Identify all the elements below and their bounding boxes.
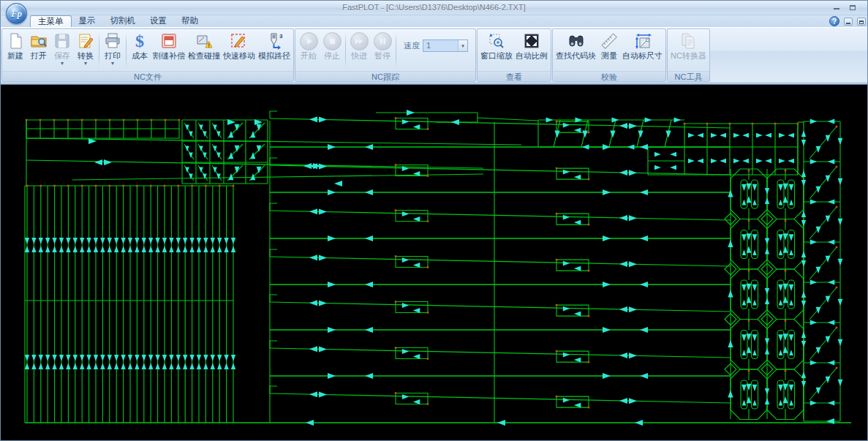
minimize-button[interactable]	[832, 3, 841, 11]
rapid-move-icon	[229, 31, 249, 51]
group-verify: 查找代码块 测量 自动标尺寸 校验	[552, 29, 666, 82]
save-button[interactable]: 保存 ▾	[50, 30, 74, 71]
group-caption-view: 查看	[478, 71, 551, 81]
pause-icon	[374, 32, 392, 50]
app-window: FastPLOT - [C:\Users\D1376\Desktop\N466-…	[0, 0, 868, 441]
mdi-restore-button[interactable]	[857, 18, 866, 26]
simulate-path-icon: 3	[264, 31, 284, 51]
tab-main-menu[interactable]: 主菜单	[30, 15, 72, 27]
measure-button[interactable]: 测量	[597, 30, 621, 71]
find-code-icon	[566, 31, 586, 51]
auto-dimension-icon	[633, 31, 653, 51]
nc-converter-button[interactable]: NC转换器	[669, 30, 708, 71]
convert-notepad-icon	[75, 31, 96, 51]
print-button[interactable]: 打印 ▾	[101, 30, 124, 71]
drawing-viewport[interactable]	[1, 85, 868, 441]
rapid-move-button[interactable]: 快速移动	[222, 30, 257, 71]
ribbon: 新建 打开 保存 ▾	[1, 27, 867, 82]
kerf-compensation-button[interactable]: 割缝补偿	[151, 30, 186, 71]
speed-dropdown-button[interactable]: ▾	[458, 40, 467, 51]
fast-forward-button[interactable]: 快进	[347, 30, 371, 71]
menu-tab-bar: 主菜单 显示 切割机 设置 帮助	[1, 15, 867, 27]
group-caption-verify: 校验	[553, 71, 665, 81]
new-document-icon	[5, 31, 26, 51]
printer-icon	[102, 31, 123, 51]
group-view: 窗口缩放 自动比例 查看	[477, 29, 551, 82]
svg-text:$: $	[135, 32, 144, 50]
collision-check-button[interactable]: 检查碰撞	[186, 30, 222, 71]
speed-value: 1	[423, 40, 458, 51]
auto-dimension-button[interactable]: 自动标尺寸	[621, 30, 664, 71]
start-button[interactable]: 开始	[297, 30, 320, 71]
speed-control: 速度 1 ▾	[404, 39, 468, 52]
mdi-minimize-button[interactable]	[844, 18, 853, 26]
open-button[interactable]: 打开	[27, 30, 50, 71]
window-zoom-button[interactable]: 窗口缩放	[479, 30, 514, 71]
stop-icon	[323, 32, 341, 50]
new-button[interactable]: 新建	[4, 30, 27, 71]
play-icon	[300, 32, 318, 50]
cost-dollar-icon: $	[129, 31, 150, 51]
convert-dropdown-caret[interactable]: ▾	[84, 61, 87, 67]
convert-button[interactable]: 转换 ▾	[74, 30, 97, 71]
group-nc-trace: 开始 停止 快进	[295, 29, 476, 82]
app-logo-button[interactable]: Fp	[6, 3, 27, 24]
pause-button[interactable]: 暂停	[371, 30, 394, 71]
auto-scale-icon	[521, 31, 542, 51]
window-title: FastPLOT - [C:\Users\D1376\Desktop\N466-…	[1, 3, 867, 12]
app-logo-text: Fp	[11, 8, 22, 20]
speed-combobox[interactable]: 1 ▾	[423, 39, 468, 52]
kerf-compensation-icon	[159, 31, 179, 51]
group-nc-file: 新建 打开 保存 ▾	[1, 29, 294, 82]
restore-button[interactable]	[848, 3, 857, 11]
collision-check-icon	[194, 31, 214, 51]
group-caption-nc-trace: NC跟踪	[295, 71, 475, 81]
group-nc-tools: NC转换器 NC工具	[667, 29, 710, 82]
title-bar: FastPLOT - [C:\Users\D1376\Desktop\N466-…	[1, 1, 867, 15]
stop-button[interactable]: 停止	[320, 30, 344, 71]
print-dropdown-caret[interactable]: ▾	[111, 61, 114, 67]
find-code-button[interactable]: 查找代码块	[554, 30, 597, 71]
save-floppy-icon	[52, 31, 72, 51]
group-caption-nc-tools: NC工具	[668, 71, 709, 81]
nc-converter-icon	[678, 31, 698, 51]
fast-forward-icon	[350, 32, 369, 50]
tab-settings[interactable]: 设置	[143, 15, 174, 27]
speed-label: 速度	[404, 40, 420, 51]
tab-cutter[interactable]: 切割机	[103, 15, 143, 27]
simulate-path-button[interactable]: 3 模拟路径	[257, 30, 292, 71]
svg-text:3: 3	[279, 33, 283, 39]
measure-ruler-icon	[599, 31, 619, 51]
window-zoom-icon	[486, 31, 507, 51]
tab-help[interactable]: 帮助	[174, 15, 205, 27]
open-folder-icon	[29, 31, 49, 51]
help-icon[interactable]: ?	[829, 16, 839, 26]
save-dropdown-caret[interactable]: ▾	[61, 61, 64, 67]
group-caption-nc-file: NC文件	[2, 71, 293, 81]
cost-button[interactable]: $ 成本	[128, 30, 151, 71]
auto-scale-button[interactable]: 自动比例	[514, 30, 549, 71]
tab-display[interactable]: 显示	[72, 15, 103, 27]
nc-path-drawing	[1, 85, 868, 441]
